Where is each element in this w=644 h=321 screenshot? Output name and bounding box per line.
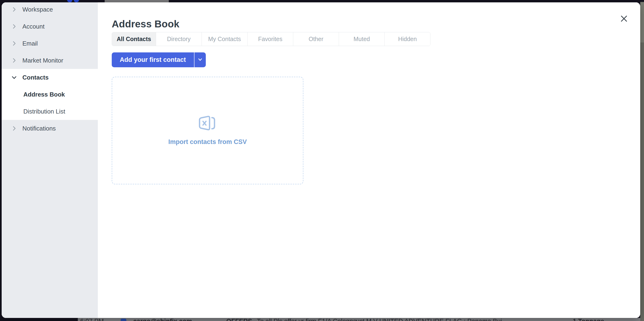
address-book-modal: Workspace Account Email Market Monitor bbox=[2, 2, 640, 318]
close-button[interactable] bbox=[619, 14, 629, 24]
add-contact-dropdown-button[interactable] bbox=[194, 52, 206, 67]
background-email-row-sliver: 6:07 PM cargo@shipfix.com OFFERS To all … bbox=[0, 318, 644, 321]
sidebar-item-address-book[interactable]: Address Book bbox=[2, 86, 98, 103]
chevron-right-icon bbox=[11, 57, 17, 64]
add-contact-button-group: Add your first contact bbox=[112, 52, 206, 67]
close-icon bbox=[620, 15, 628, 23]
email-sender: cargo@shipfix.com bbox=[133, 318, 192, 321]
address-book-content: Address Book All Contacts Directory My C… bbox=[98, 2, 640, 318]
tab-all-contacts[interactable]: All Contacts bbox=[112, 32, 156, 46]
sidebar-item-account[interactable]: Account bbox=[2, 18, 98, 35]
background-logo-sliver bbox=[67, 0, 79, 2]
sidebar-item-workspace[interactable]: Workspace bbox=[2, 2, 98, 18]
settings-sidebar: Workspace Account Email Market Monitor bbox=[2, 2, 98, 318]
tab-hidden[interactable]: Hidden bbox=[384, 32, 430, 46]
page-title: Address Book bbox=[112, 19, 180, 30]
tab-my-contacts[interactable]: My Contacts bbox=[202, 32, 247, 46]
sidebar-item-label: Distribution List bbox=[23, 108, 65, 115]
sidebar-item-label: Email bbox=[22, 40, 38, 47]
sidebar-item-label: Account bbox=[22, 23, 44, 30]
sidebar-item-label: Address Book bbox=[23, 91, 65, 98]
chevron-right-icon bbox=[11, 23, 17, 30]
sender-avatar-icon bbox=[121, 319, 126, 321]
excel-import-icon bbox=[198, 116, 217, 132]
sidebar-item-email[interactable]: Email bbox=[2, 35, 98, 52]
sidebar-item-notifications[interactable]: Notifications bbox=[2, 120, 98, 137]
sidebar-item-distribution-list[interactable]: Distribution List bbox=[2, 103, 98, 120]
chevron-down-icon bbox=[11, 74, 17, 80]
tab-directory[interactable]: Directory bbox=[156, 32, 202, 46]
tab-muted[interactable]: Muted bbox=[339, 32, 384, 46]
import-csv-label: Import contacts from CSV bbox=[168, 138, 247, 146]
scrollbar-thumb[interactable] bbox=[640, 2, 644, 43]
chevron-down-icon bbox=[197, 56, 203, 63]
add-first-contact-button[interactable]: Add your first contact bbox=[112, 52, 194, 67]
chevron-right-icon bbox=[11, 40, 17, 47]
email-subject-continued: uct M V UNITED ADVENTURE FLAG : Panama B… bbox=[356, 318, 502, 321]
chevron-right-icon bbox=[11, 125, 17, 131]
chevron-right-icon bbox=[11, 6, 17, 13]
email-tag: OFFERS bbox=[226, 318, 252, 321]
tab-favorites[interactable]: Favorites bbox=[247, 32, 293, 46]
page-scrollbar[interactable] bbox=[640, 2, 644, 321]
import-csv-dropzone[interactable]: Import contacts from CSV bbox=[112, 77, 304, 184]
sidebar-item-label: Workspace bbox=[22, 6, 53, 13]
sidebar-item-label: Notifications bbox=[22, 125, 56, 132]
email-time: 6:07 PM bbox=[80, 318, 104, 321]
sidebar-item-label: Market Monitor bbox=[22, 57, 63, 64]
contacts-filter-tabs: All Contacts Directory My Contacts Favor… bbox=[112, 32, 430, 46]
email-subject: To all Pls offer yr firm F1/A Cologne bbox=[257, 318, 357, 321]
sidebar-item-contacts[interactable]: Contacts bbox=[2, 69, 98, 86]
sidebar-item-market-monitor[interactable]: Market Monitor bbox=[2, 52, 98, 69]
background-topbar-sliver bbox=[105, 0, 169, 2]
email-tonnage: 1 Tonnage bbox=[573, 318, 604, 321]
tab-other[interactable]: Other bbox=[293, 32, 339, 46]
sidebar-item-label: Contacts bbox=[22, 74, 48, 81]
background-email-row: 6:07 PM cargo@shipfix.com OFFERS To all … bbox=[78, 318, 644, 321]
